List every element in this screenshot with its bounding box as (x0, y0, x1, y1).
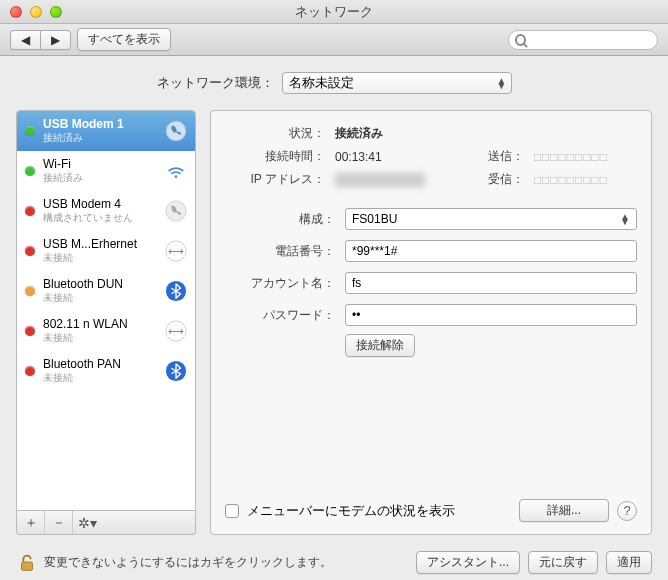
recv-value: □□□□□□□□□ (534, 173, 637, 187)
toolbar: ◀ ▶ すべてを表示 (0, 24, 668, 56)
detail-pane: 状況： 接続済み 接続時間： 00:13:41 送信： □□□□□□□□□ IP… (210, 110, 652, 535)
help-button[interactable]: ? (617, 501, 637, 521)
add-service-button[interactable]: ＋ (17, 511, 45, 534)
service-status: 未接続 (43, 371, 157, 385)
phone-label: 電話番号： (225, 243, 335, 260)
status-dot-icon (25, 246, 35, 256)
status-dot-icon (25, 166, 35, 176)
search-field[interactable] (508, 30, 658, 50)
service-item-usb-modem-1[interactable]: USB Modem 1 接続済み (17, 111, 195, 151)
assistant-button[interactable]: アシスタント... (416, 551, 520, 574)
config-label: 構成： (225, 211, 335, 228)
status-grid: 状況： 接続済み 接続時間： 00:13:41 送信： □□□□□□□□□ IP… (225, 125, 637, 188)
config-select[interactable]: FS01BU ▲▼ (345, 208, 637, 230)
revert-button[interactable]: 元に戻す (528, 551, 598, 574)
window-title: ネットワーク (295, 3, 373, 21)
status-value: 接続済み (335, 125, 454, 142)
service-status: 構成されていません (43, 211, 157, 225)
service-item-bt-pan[interactable]: Bluetooth PAN 未接続 (17, 351, 195, 391)
bluetooth-icon (165, 280, 187, 302)
ip-label: IP アドレス： (225, 171, 325, 188)
phone-icon (165, 120, 187, 142)
status-dot-icon (25, 326, 35, 336)
show-all-button[interactable]: すべてを表示 (77, 28, 171, 51)
apply-button[interactable]: 適用 (606, 551, 652, 574)
status-label: 状況： (225, 125, 325, 142)
action-menu-button[interactable]: ✲▾ (73, 511, 101, 534)
zoom-icon[interactable] (50, 6, 62, 18)
location-select[interactable]: 名称未設定 ▲▼ (282, 72, 512, 94)
status-dot-icon (25, 286, 35, 296)
service-name: Wi-Fi (43, 157, 157, 171)
advanced-button[interactable]: 詳細... (519, 499, 609, 522)
bluetooth-icon (165, 360, 187, 382)
menubar-checkbox[interactable] (225, 504, 239, 518)
service-item-usb-ethernet[interactable]: USB M...Erhernet 未接続 ⟷ (17, 231, 195, 271)
minimize-icon[interactable] (30, 6, 42, 18)
service-name: USB Modem 1 (43, 117, 157, 131)
phone-input[interactable] (345, 240, 637, 262)
search-input[interactable] (530, 33, 651, 47)
time-label: 接続時間： (225, 148, 325, 165)
form-grid: 構成： FS01BU ▲▼ 電話番号： アカウント名： パスワード： (225, 208, 637, 326)
service-status: 未接続 (43, 251, 157, 265)
service-list: USB Modem 1 接続済み Wi-Fi 接続済み (16, 110, 196, 511)
service-status: 接続済み (43, 131, 157, 145)
time-value: 00:13:41 (335, 150, 454, 164)
traffic-lights (10, 6, 62, 18)
sent-label: 送信： (464, 148, 524, 165)
ethernet-icon: ⟷ (165, 320, 187, 342)
sent-value: □□□□□□□□□ (534, 150, 637, 164)
status-dot-icon (25, 126, 35, 136)
recv-label: 受信： (464, 171, 524, 188)
service-status: 未接続 (43, 331, 157, 345)
service-name: USB M...Erhernet (43, 237, 157, 251)
disconnect-button[interactable]: 接続解除 (345, 334, 415, 357)
password-input[interactable] (345, 304, 637, 326)
location-label: ネットワーク環境： (157, 74, 274, 92)
ethernet-icon: ⟷ (165, 240, 187, 262)
ip-value (335, 173, 425, 187)
service-item-wlan[interactable]: 802.11 n WLAN 未接続 ⟷ (17, 311, 195, 351)
status-dot-icon (25, 366, 35, 376)
lock-text: 変更できないようにするにはカギをクリックします。 (44, 554, 332, 571)
service-item-bt-dun[interactable]: Bluetooth DUN 未接続 (17, 271, 195, 311)
search-icon (515, 34, 526, 46)
svg-point-1 (175, 175, 178, 178)
select-arrows-icon: ▲▼ (497, 78, 507, 88)
service-name: 802.11 n WLAN (43, 317, 157, 331)
service-name: USB Modem 4 (43, 197, 157, 211)
nav-buttons: ◀ ▶ (10, 30, 71, 50)
lock-row: 変更できないようにするにはカギをクリックします。 (16, 552, 408, 574)
footer: 変更できないようにするにはカギをクリックします。 アシスタント... 元に戻す … (16, 545, 652, 574)
service-status: 未接続 (43, 291, 157, 305)
svg-text:⟷: ⟷ (168, 325, 184, 337)
account-label: アカウント名： (225, 275, 335, 292)
status-dot-icon (25, 206, 35, 216)
location-value: 名称未設定 (289, 74, 354, 92)
sidebar-footer: ＋ － ✲▾ (16, 511, 196, 535)
account-input[interactable] (345, 272, 637, 294)
remove-service-button[interactable]: － (45, 511, 73, 534)
location-row: ネットワーク環境： 名称未設定 ▲▼ (16, 72, 652, 94)
service-name: Bluetooth PAN (43, 357, 157, 371)
service-item-usb-modem-4[interactable]: USB Modem 4 構成されていません (17, 191, 195, 231)
close-icon[interactable] (10, 6, 22, 18)
config-value: FS01BU (352, 212, 397, 226)
forward-button[interactable]: ▶ (40, 30, 71, 50)
svg-rect-9 (22, 562, 33, 570)
detail-footer: メニューバーにモデムの状況を表示 詳細... ? (225, 489, 637, 522)
service-status: 接続済み (43, 171, 157, 185)
lock-icon[interactable] (16, 552, 38, 574)
menubar-checkbox-label: メニューバーにモデムの状況を表示 (247, 502, 455, 520)
sidebar: USB Modem 1 接続済み Wi-Fi 接続済み (16, 110, 196, 535)
password-label: パスワード： (225, 307, 335, 324)
back-button[interactable]: ◀ (10, 30, 40, 50)
service-name: Bluetooth DUN (43, 277, 157, 291)
phone-icon (165, 200, 187, 222)
titlebar: ネットワーク (0, 0, 668, 24)
wifi-icon (165, 160, 187, 182)
service-item-wifi[interactable]: Wi-Fi 接続済み (17, 151, 195, 191)
svg-text:⟷: ⟷ (168, 245, 184, 257)
select-arrows-icon: ▲▼ (620, 214, 630, 224)
